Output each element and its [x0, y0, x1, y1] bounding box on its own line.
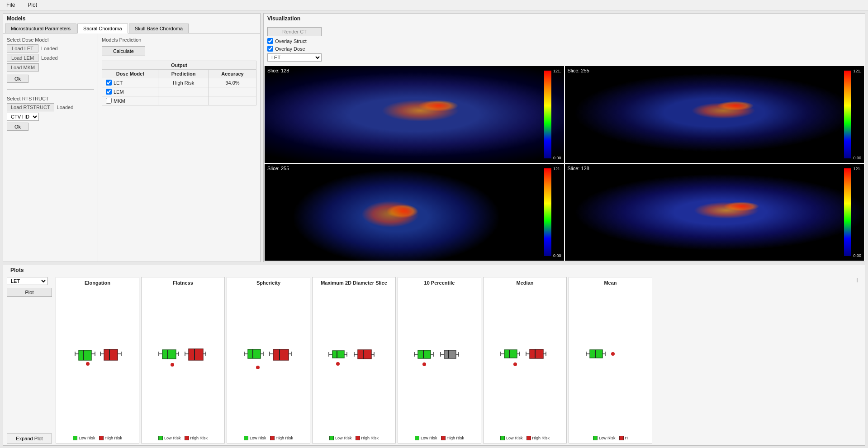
tab-microstructural[interactable]: Microstructural Parameters: [5, 24, 76, 33]
svg-point-71: [513, 362, 517, 366]
legend-low-risk-label-med: Low Risk: [506, 436, 523, 440]
main-layout: Models Microstructural Parameters Sacral…: [0, 10, 868, 448]
expand-plot-button[interactable]: Expand Plot: [7, 434, 52, 443]
overlay-struct-label: Overlay Struct: [275, 38, 307, 44]
legend-red-box-10: [441, 436, 446, 440]
boxplot-flatness-area: [144, 287, 222, 434]
colorbar-br: [844, 168, 851, 256]
overlay-struct-checkbox[interactable]: [267, 38, 273, 44]
svg-rect-54: [418, 350, 431, 358]
scan-br-slice: Slice: 128: [568, 166, 589, 171]
legend-high-risk-med: High Risk: [526, 436, 550, 440]
boxplot-sphericity-svg: [237, 345, 300, 377]
load-rtstruct-row: Load RTSTRUCT Loaded: [7, 103, 94, 111]
legend-high-risk-10: High Risk: [441, 436, 465, 440]
table-row: LET High Risk 94.0%: [102, 78, 256, 87]
boxplot-flatness-svg: [152, 345, 215, 377]
boxplot-10pct-area: [401, 287, 478, 434]
separator1: [7, 89, 94, 90]
lem-prediction: [158, 87, 209, 96]
colorbar-tr: [844, 71, 851, 158]
plot-median: Median: [483, 277, 567, 443]
calculate-button[interactable]: Calculate: [102, 46, 145, 56]
tab-skull-base[interactable]: Skull Base Chordoma: [129, 24, 189, 33]
rtstruct-ok-button[interactable]: Ok: [7, 123, 28, 131]
boxplot-mean-area: [572, 287, 649, 434]
tab-sacral-chordoma[interactable]: Sacral Chordoma: [77, 24, 128, 33]
row-lem-model: LEM: [102, 87, 158, 96]
legend-red-box-s: [270, 436, 275, 440]
scan-top-right: Slice: 255 121. 0.00: [565, 66, 864, 163]
load-rtstruct-button[interactable]: Load RTSTRUCT: [7, 103, 54, 111]
legend-10pct: Low Risk High Risk: [401, 436, 478, 440]
menu-file[interactable]: File: [4, 1, 18, 9]
plots-title: Plots: [7, 265, 27, 275]
plots-let-select[interactable]: LET LEM MKM: [7, 277, 47, 285]
svg-point-84: [611, 352, 615, 356]
legend-red-box-m: [356, 436, 360, 440]
table-row: LEM: [102, 87, 256, 96]
svg-rect-74: [530, 349, 543, 358]
let-checkbox[interactable]: [106, 80, 112, 86]
mkm-prediction: [158, 96, 209, 105]
ctv-dropdown-row: CTV HD: [7, 113, 94, 121]
menu-plot[interactable]: Plot: [25, 1, 40, 9]
visualization-title: Visualization: [264, 14, 865, 24]
plot-button[interactable]: Plot: [7, 288, 52, 297]
vis-header: Render CT Overlay Struct Overlay Dose LE…: [264, 24, 865, 65]
lem-label: LEM: [114, 89, 124, 95]
legend-high-risk-m: High Risk: [356, 436, 379, 440]
scan-tl-slice: Slice: 128: [267, 68, 289, 73]
overlay-dose-checkbox[interactable]: [267, 46, 273, 52]
boxplot-sphericity-area: [230, 287, 307, 434]
boxplot-median-svg: [493, 345, 557, 377]
ctv-select[interactable]: CTV HD: [7, 113, 39, 121]
dose-model-section: Select Dose Model Load LET Loaded Load L…: [7, 37, 94, 83]
legend-red-box: [99, 436, 104, 440]
svg-rect-22: [189, 349, 203, 360]
render-ct-button[interactable]: Render CT: [267, 27, 322, 36]
boxplot-max2d-area: [315, 287, 393, 434]
boxplot-10pct-svg: [408, 345, 471, 377]
lem-accuracy: [209, 87, 256, 96]
load-lem-button[interactable]: Load LEM: [7, 54, 38, 62]
legend-flatness: Low Risk High Risk: [144, 436, 222, 440]
colorbar-tl-min: 0.00: [553, 156, 561, 160]
svg-point-19: [171, 363, 174, 367]
plots-scrollbar[interactable]: [857, 278, 858, 282]
svg-rect-41: [332, 351, 344, 358]
colorbar-tl: [544, 71, 551, 158]
legend-low-risk-label-m: Low Risk: [335, 436, 352, 440]
let-vis-select[interactable]: LET LEM MKM: [267, 53, 322, 62]
load-mkm-button[interactable]: Load MKM: [7, 63, 39, 71]
plot-sphericity-title: Sphericity: [230, 280, 307, 286]
legend-high-risk-f: High Risk: [185, 436, 208, 440]
legend-max2d: Low Risk High Risk: [315, 436, 393, 440]
col-accuracy: Accuracy: [209, 70, 256, 78]
overlay-dose-row: Overlay Dose: [267, 46, 322, 52]
svg-rect-67: [504, 350, 517, 358]
lem-checkbox[interactable]: [106, 89, 112, 95]
vis-controls: Render CT Overlay Struct Overlay Dose LE…: [267, 25, 322, 63]
mkm-checkbox[interactable]: [106, 98, 112, 104]
legend-median: Low Risk High Risk: [486, 436, 564, 440]
legend-low-risk-label: Low Risk: [79, 436, 95, 440]
legend-high-risk-label-s: High Risk: [276, 436, 294, 440]
legend-low-risk-label-f: Low Risk: [164, 436, 181, 440]
overlay-struct-row: Overlay Struct: [267, 38, 322, 44]
legend-low-risk-med: Low Risk: [500, 436, 523, 440]
colorbar-br-max: 121.: [853, 167, 861, 171]
load-let-button[interactable]: Load LET: [7, 44, 38, 52]
plot-median-title: Median: [486, 280, 564, 286]
dose-model-ok-button[interactable]: Ok: [7, 75, 28, 83]
plot-10pct-title: 10 Percentile: [401, 280, 478, 286]
load-let-status: Loaded: [41, 46, 58, 51]
legend-high-risk: High Risk: [99, 436, 123, 440]
colorbar-bl-min: 0.00: [553, 253, 561, 258]
let-accuracy: 94.0%: [209, 78, 256, 87]
svg-point-6: [86, 362, 90, 366]
col-dose-model: Dose Model: [102, 70, 158, 78]
legend-low-risk: Low Risk: [73, 436, 95, 440]
legend-red-box-f: [185, 436, 189, 440]
plot-mean: Mean: [569, 277, 652, 443]
